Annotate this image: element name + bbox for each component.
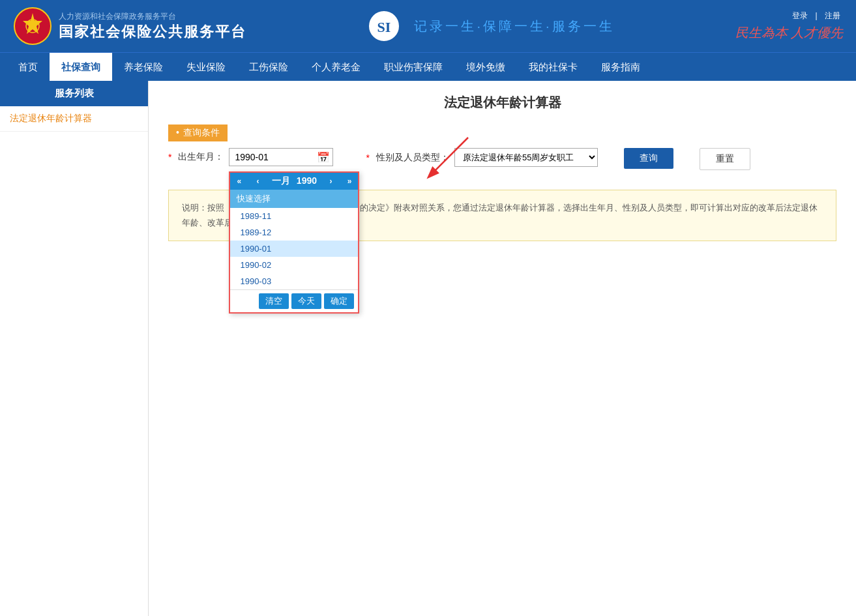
gender-type-group: * 性别及人员类型： 原法定退休年龄55周岁女职工男职工（60周岁）原法定退休年… [366,148,597,167]
query-btn[interactable]: 查询 [624,148,673,169]
dp-clear-btn[interactable]: 清空 [259,293,289,309]
login-links: 登录 | 注册 [790,10,843,22]
dp-header: « ‹ 一月 1990 › » [230,173,358,190]
emblem-icon [13,7,52,46]
nav-item-首页[interactable]: 首页 [7,53,50,81]
si-logo-icon: SI [367,9,401,43]
dp-month[interactable]: 一月 [272,175,290,187]
sidebar-header: 服务列表 [0,81,148,106]
datepicker-dropdown: « ‹ 一月 1990 › » 快速选择 [229,171,359,314]
dp-list-item[interactable]: 1990-02 [230,257,358,273]
nav-item-失业保险[interactable]: 失业保险 [175,53,237,81]
birth-label: 出生年月： [178,151,224,163]
logo-area: 人力资源和社会保障政务服务平台 国家社会保险公共服务平台 [13,7,246,46]
form-area: * 出生年月： 📅 « ‹ 一月 1990 [168,148,836,170]
header-center: SI 记录一生·保障一生·服务一生 [246,9,735,43]
dp-confirm-btn[interactable]: 确定 [324,293,354,309]
gender-select[interactable]: 原法定退休年龄55周岁女职工男职工（60周岁）原法定退休年龄60周岁女干部原法定… [454,148,598,167]
dp-prev-prev-btn[interactable]: « [234,175,244,187]
logo-text: 人力资源和社会保障政务服务平台 国家社会保险公共服务平台 [59,11,246,42]
sidebar: 服务列表 法定退休年龄计算器 [0,81,149,616]
dp-prev-btn[interactable]: ‹ [254,175,262,187]
nav-item-我的社保卡[interactable]: 我的社保卡 [517,53,589,81]
slogan-right: 民生為本 人才優先 [735,24,843,42]
main-content: 法定退休年龄计算器 查询条件 * 出生年月： 📅 « ‹ [149,81,856,616]
dp-list-item[interactable]: 1990-01 [230,241,358,257]
birth-date-group: * 出生年月： 📅 « ‹ 一月 1990 [168,148,333,166]
dp-quick-label: 快速选择 [230,190,358,208]
dp-month-year: 一月 1990 [272,175,317,187]
reset-btn[interactable]: 重置 [700,148,750,170]
page-title: 法定退休年龄计算器 [168,94,836,111]
dp-list-item[interactable]: 1990-03 [230,273,358,289]
dp-footer: 清空 今天 确定 [230,289,358,312]
logo-subtitle: 人力资源和社会保障政务服务平台 [59,11,246,22]
login-link[interactable]: 登录 [792,11,808,20]
header: 人力资源和社会保障政务服务平台 国家社会保险公共服务平台 SI 记录一生·保障一… [0,0,856,52]
dp-list-item[interactable]: 1989-11 [230,208,358,224]
dp-list-item[interactable]: 1989-12 [230,224,358,241]
dp-next-btn[interactable]: › [327,175,334,187]
svg-text:SI: SI [377,19,391,35]
separator: | [816,11,818,20]
gender-label: 性别及人员类型： [376,152,449,164]
dp-today-btn[interactable]: 今天 [291,293,321,309]
nav-item-社保查询[interactable]: 社保查询 [50,53,112,81]
header-slogan: 记录一生·保障一生·服务一生 [414,18,614,35]
nav-item-个人养老金[interactable]: 个人养老金 [300,53,372,81]
page-layout: 服务列表 法定退休年龄计算器 法定退休年龄计算器 查询条件 * 出生年月： 📅 [0,81,856,616]
register-link[interactable]: 注册 [825,11,840,20]
nav-item-工伤保险[interactable]: 工伤保险 [237,53,300,81]
dp-year[interactable]: 1990 [297,175,317,187]
date-input-wrapper: 📅 « ‹ 一月 1990 › » [229,148,333,166]
required-star-gender: * [366,153,369,163]
nav-item-养老保险[interactable]: 养老保险 [112,53,175,81]
logo-title: 国家社会保险公共服务平台 [59,22,246,42]
sidebar-item-calculator[interactable]: 法定退休年龄计算器 [0,106,148,132]
calendar-icon[interactable]: 📅 [317,151,330,164]
query-section: 查询条件 * 出生年月： 📅 « ‹ [168,125,836,170]
required-star-birth: * [168,152,171,162]
nav-item-服务指南[interactable]: 服务指南 [589,53,652,81]
nav-item-职业伤害保障[interactable]: 职业伤害保障 [372,53,454,81]
dp-list: 1989-111989-121990-011990-021990-03 [230,208,358,289]
nav-item-境外免缴[interactable]: 境外免缴 [454,53,517,81]
header-right: 登录 | 注册 民生為本 人才優先 [735,10,843,42]
nav-bar: 首页社保查询养老保险失业保险工伤保险个人养老金职业伤害保障境外免缴我的社保卡服务… [0,52,856,81]
section-label: 查询条件 [168,125,228,141]
dp-next-next-btn[interactable]: » [345,175,355,187]
